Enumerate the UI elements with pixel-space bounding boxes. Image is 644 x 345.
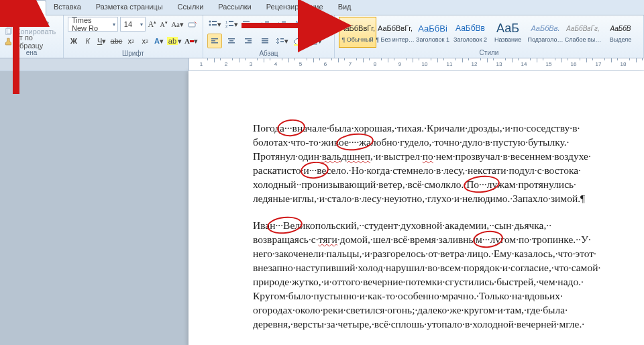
tab-review[interactable]: Рецензирование xyxy=(259,0,331,15)
clear-format-button[interactable] xyxy=(186,17,199,32)
style-item-3[interactable]: АаБбВвЗаголовок 2 xyxy=(451,17,489,48)
svg-rect-24 xyxy=(211,38,218,40)
eraser-icon xyxy=(187,19,198,30)
style-item-6[interactable]: АаБбВвГг,Слабое вы… xyxy=(564,17,602,48)
cut-button[interactable]: Вырезать xyxy=(4,17,49,26)
paragraph-1[interactable]: Погода···вначале·была·хорошая,·тихая.·Кр… xyxy=(253,121,617,205)
svg-rect-17 xyxy=(265,24,269,26)
indent-inc-button[interactable] xyxy=(274,17,289,32)
style-item-4[interactable]: АаБНазвание xyxy=(489,17,527,48)
scissors-icon xyxy=(4,17,13,26)
highlight-button[interactable]: ab▾ xyxy=(167,34,182,48)
ruler-number: 7 xyxy=(349,61,352,67)
font-color-button[interactable]: A▾ xyxy=(184,34,199,48)
ruler-horizontal[interactable]: 123456789101112131415161718 xyxy=(189,58,644,70)
ruler-number: 1 xyxy=(200,61,203,67)
text-effects-button[interactable]: A▾ xyxy=(153,34,165,48)
style-item-0[interactable]: АаБбВвГг,¶ Обычный xyxy=(339,17,376,48)
svg-point-5 xyxy=(209,21,211,23)
superscript-button[interactable]: x2 xyxy=(139,34,151,48)
italic-button[interactable]: К xyxy=(82,34,94,48)
style-item-5[interactable]: АаБбВв.Подзаголо… xyxy=(527,17,564,48)
format-painter-button[interactable]: ат по образцу xyxy=(4,37,59,46)
align-justify-button[interactable] xyxy=(258,34,272,48)
tab-insert[interactable]: Вставка xyxy=(46,0,89,15)
subscript-button[interactable]: x2 xyxy=(125,34,137,48)
ruler-number: 12 xyxy=(472,61,478,67)
align-center-button[interactable] xyxy=(224,34,239,48)
tab-home[interactable]: Главная xyxy=(3,0,46,15)
shading-button[interactable]: ▾ xyxy=(291,34,306,48)
ruler-number: 14 xyxy=(521,61,527,67)
text: гом·по·тропинке.··У· него·закоченели·пал… xyxy=(253,234,600,330)
numbering-button[interactable]: 12▾ xyxy=(224,17,239,32)
tab-refs[interactable]: Ссылки xyxy=(170,0,211,15)
document-page[interactable]: Погода···вначале·была·хорошая,·тихая.·Кр… xyxy=(189,71,644,345)
line-spacing-icon xyxy=(275,36,284,46)
indent-dec-button[interactable] xyxy=(258,17,272,32)
svg-rect-35 xyxy=(262,42,268,44)
font-size-dropdown[interactable]: 14 xyxy=(120,17,146,32)
svg-rect-13 xyxy=(243,21,250,22)
style-item-2[interactable]: АаБбВіЗаголовок 1 xyxy=(414,17,451,48)
align-right-button[interactable] xyxy=(241,34,256,48)
style-name: Выделе xyxy=(610,36,632,44)
sort-button[interactable]: AZ xyxy=(291,17,306,32)
ruler-number: 10 xyxy=(422,61,428,67)
group-paragraph-label: Абзац xyxy=(207,50,330,58)
tab-layout[interactable]: Разметка страницы xyxy=(89,0,170,15)
svg-text:A: A xyxy=(295,20,299,25)
tab-mail[interactable]: Рассылки xyxy=(211,0,258,15)
indent-left-icon xyxy=(260,19,270,29)
workspace: Погода···вначале·была·хорошая,·тихая.·Кр… xyxy=(0,71,644,345)
paragraph-2[interactable]: Иван···Великопольский,··студент·духовной… xyxy=(253,218,617,331)
grow-font-button[interactable]: A▴ xyxy=(148,17,158,32)
svg-text:2: 2 xyxy=(225,24,228,28)
wavy-span: тяги xyxy=(319,234,337,245)
ruler-number: 15 xyxy=(546,61,552,67)
borders-icon xyxy=(309,36,318,46)
svg-rect-37 xyxy=(280,41,284,42)
align-justify-icon xyxy=(260,36,270,46)
show-marks-button[interactable]: ¶ xyxy=(308,17,323,32)
ruler-number: 2 xyxy=(225,61,227,67)
svg-rect-21 xyxy=(282,27,286,28)
bullets-button[interactable]: ▾ xyxy=(207,17,222,32)
style-name: Подзаголо… xyxy=(528,36,564,44)
svg-rect-25 xyxy=(211,40,215,42)
bold-button[interactable]: Ж xyxy=(68,34,80,48)
strike-button[interactable]: abc xyxy=(110,34,123,48)
underline-button[interactable]: Ч▾ xyxy=(96,34,108,48)
style-sample: АаБбВвГг, xyxy=(340,20,375,36)
style-item-1[interactable]: АаБбВвГг,¶ Без интер… xyxy=(376,17,414,48)
svg-rect-29 xyxy=(228,42,235,44)
text: ,·и·выстрел· xyxy=(370,150,423,162)
group-clipboard: Вырезать Копировать ат по образцу ена xyxy=(0,15,64,58)
svg-text:Z: Z xyxy=(295,24,299,29)
style-name: Заголовок 2 xyxy=(453,36,487,44)
multilevel-icon xyxy=(241,19,251,29)
style-sample: АаБбВвГг, xyxy=(566,20,599,36)
ruler-number: 8 xyxy=(374,61,376,67)
style-item-7[interactable]: АаБбВВыделе xyxy=(602,17,639,48)
line-spacing-button[interactable]: ▾ xyxy=(274,34,289,48)
copy-icon xyxy=(4,27,13,36)
style-sample: АаБбВі xyxy=(418,20,447,36)
svg-rect-26 xyxy=(211,42,218,44)
align-left-button[interactable] xyxy=(207,34,222,48)
font-name-dropdown[interactable]: Times New Ro xyxy=(68,17,118,32)
style-sample: АаБбВв. xyxy=(531,20,560,36)
ribbon: Вырезать Копировать ат по образцу ена Ti… xyxy=(0,15,644,58)
align-center-icon xyxy=(227,36,236,46)
marked-span: м···лу xyxy=(476,232,500,246)
marked-span: н···Вел xyxy=(270,218,300,232)
svg-rect-12 xyxy=(229,25,233,26)
text: Погод xyxy=(253,122,280,134)
marked-span: и···ве xyxy=(303,163,326,177)
multilevel-button[interactable]: ▾ xyxy=(241,17,256,32)
change-case-button[interactable]: Aa▾ xyxy=(170,17,184,32)
ruler[interactable]: 123456789101112131415161718 xyxy=(0,58,644,71)
shrink-font-button[interactable]: A▾ xyxy=(159,17,168,32)
tab-view[interactable]: Вид xyxy=(331,0,359,15)
borders-button[interactable]: ▾ xyxy=(308,34,323,48)
